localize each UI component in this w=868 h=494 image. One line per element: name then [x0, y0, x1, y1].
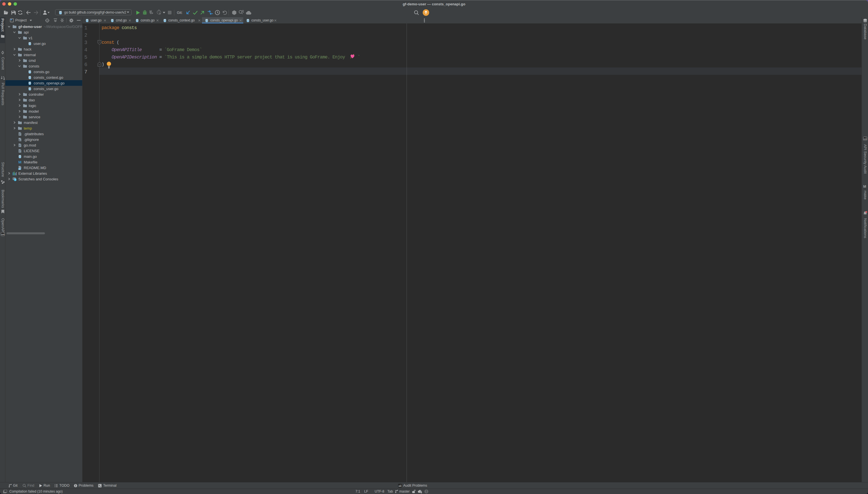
svg-text:/API: /API — [1, 234, 4, 235]
